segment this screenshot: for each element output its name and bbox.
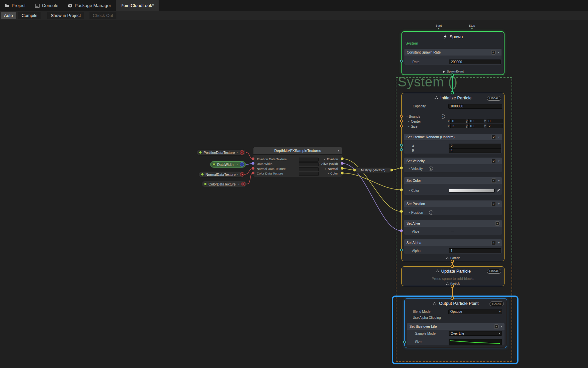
set-color-block[interactable]: Set Color Color [404,177,502,195]
chevron-down-icon[interactable] [498,51,499,54]
block-header[interactable]: Set Velocity [404,158,502,164]
update-context[interactable]: Update Particle LOCAL Press space to add… [401,266,505,286]
spawn-start-arrow-icon[interactable] [432,27,445,30]
set-size-over-life-block[interactable]: Set Size over Life Sample Mode Over Life… [407,323,505,345]
show-in-project-button[interactable]: Show in Project [47,12,84,19]
chevron-down-icon[interactable] [498,160,500,163]
param-node-color-data-texture[interactable]: ColorDataTexture [202,181,247,187]
node-header[interactable]: DepthkitVFXSampleTextures [253,147,342,155]
value-field[interactable] [299,162,319,166]
block-header[interactable]: Constant Spawn Rate [404,49,502,56]
texture-object-field[interactable] [299,158,319,162]
collapse-chevron-icon[interactable] [237,151,238,154]
expander-icon[interactable] [328,172,329,175]
size-y-field[interactable]: 0.1 [468,124,484,128]
collapse-chevron-icon[interactable] [237,173,238,176]
multiply-vector3-node[interactable]: Multiply (Vector3) [355,167,392,173]
size-x-field[interactable]: 2 [450,124,466,128]
graph-canvas[interactable]: System () PositionD [0,0,588,368]
rate-field[interactable]: 200000 [449,60,501,64]
particle-flow-output[interactable]: Particle [402,256,504,260]
constant-spawn-rate-block[interactable]: Constant Spawn Rate Rate 200000 [404,49,502,65]
chevron-down-icon[interactable] [338,149,339,152]
capacity-field[interactable]: 1000000 [448,104,502,109]
compile-button[interactable]: Compile [18,12,41,19]
chevron-down-icon[interactable] [501,325,502,328]
texture-port-icon[interactable] [241,182,245,186]
center-z-field[interactable]: 0 [487,119,503,123]
enabled-checkbox[interactable] [495,221,500,226]
expander-icon[interactable] [408,125,410,128]
auto-button[interactable]: Auto [1,12,16,19]
depthkit-sample-node[interactable]: DepthkitVFXSampleTextures Position Data … [253,147,342,177]
set-position-block[interactable]: Set Position Position [404,200,502,215]
spawn-event-output[interactable]: SpawnEvent [402,70,504,73]
texture-object-field[interactable] [299,172,319,176]
blend-mode-dropdown[interactable]: Opaque [448,309,502,314]
chevron-down-icon[interactable] [498,202,500,205]
set-lifetime-block[interactable]: Set Lifetime Random (Uniform) A 2 B 4 [404,133,502,154]
block-header[interactable]: Set Color [404,177,502,184]
param-node-data-width[interactable]: DataWidth [210,161,246,168]
local-space-icon[interactable] [429,167,433,171]
local-space-icon[interactable] [429,210,433,215]
block-header[interactable]: Set Alive [404,220,502,227]
enabled-checkbox[interactable] [492,135,496,139]
check-out-button[interactable]: Check Out [89,12,116,19]
center-x-field[interactable]: 0 [450,119,466,123]
expander-icon[interactable] [325,168,327,170]
spawn-stop-arrow-icon[interactable] [465,27,479,30]
size-curve-field[interactable] [449,339,502,345]
center-y-field[interactable]: 0.1 [468,119,484,123]
tab-package-manager[interactable]: Package Manager [63,0,116,11]
tab-console[interactable]: Console [30,0,63,11]
texture-port-icon[interactable] [240,150,244,155]
set-alive-block[interactable]: Set Alive Alive — [404,220,502,235]
spawn-context[interactable]: Spawn System Constant Spawn Rate Rate 20… [401,31,505,75]
uint-port-icon[interactable] [240,162,244,167]
enabled-checkbox[interactable] [492,241,496,245]
param-node-normal-data-texture[interactable]: NormalDataTexture [199,171,244,178]
particle-flow-output[interactable]: Particle [402,282,504,285]
expander-icon[interactable] [409,189,410,192]
data-ports[interactable] [252,60,405,343]
chevron-down-icon[interactable] [498,241,500,244]
a-field[interactable]: 2 [449,144,501,148]
sample-mode-dropdown[interactable]: Over Life [449,331,502,336]
tab-pointcloudlook[interactable]: PointCloudLook* [116,0,159,11]
texture-port-icon[interactable] [240,172,244,177]
block-header[interactable]: Set Size over Life [407,323,505,330]
enabled-checkbox[interactable] [492,179,496,183]
chevron-down-icon[interactable] [498,136,500,139]
enabled-checkbox[interactable] [491,50,496,55]
expander-icon[interactable] [409,167,410,170]
param-node-position-data-texture[interactable]: PositionDataTexture [197,149,246,156]
tab-project[interactable]: Project [0,0,30,11]
expander-icon[interactable] [408,120,410,123]
add-blocks-placeholder[interactable]: Press space to add blocks [402,277,504,281]
expander-icon[interactable] [324,158,326,161]
block-header[interactable]: Set Position [404,200,502,207]
local-space-icon[interactable] [441,114,445,119]
context-header[interactable]: Spawn [402,32,504,41]
block-header[interactable]: Set Lifetime Random (Uniform) [404,134,502,140]
color-picker-icon[interactable] [497,188,500,192]
expander-down-icon[interactable] [406,115,408,118]
size-z-field[interactable]: 2 [487,124,503,128]
set-velocity-block[interactable]: Set Velocity Velocity [404,157,502,173]
spawn-system-name[interactable]: System [405,41,418,45]
expander-icon[interactable] [319,163,320,165]
b-field[interactable]: 4 [449,148,501,153]
collapse-chevron-icon[interactable] [238,182,239,186]
chevron-down-icon[interactable] [498,179,500,182]
enabled-checkbox[interactable] [494,324,499,329]
collapse-chevron-icon[interactable] [237,163,238,166]
set-alpha-block[interactable]: Set Alpha Alpha 1 [404,239,502,254]
enabled-checkbox[interactable] [492,159,496,163]
alpha-field[interactable]: 1 [449,248,501,253]
output-context[interactable]: Output Particle Point LOCAL Blend Mode O… [404,298,507,348]
texture-object-field[interactable] [299,167,319,171]
block-header[interactable]: Set Alpha [404,239,502,246]
enabled-checkbox[interactable] [492,202,496,206]
gradient-field[interactable] [449,189,495,192]
